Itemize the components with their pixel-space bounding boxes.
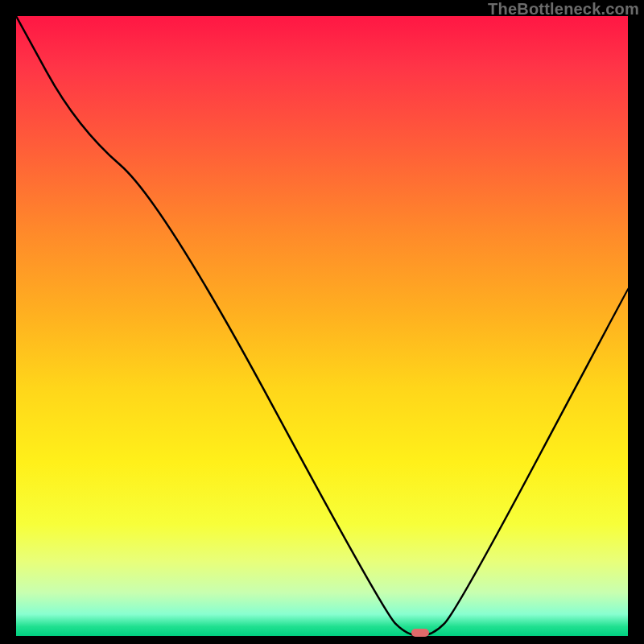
chart-frame [16, 16, 628, 636]
optimum-marker [411, 629, 429, 637]
bottleneck-curve [16, 16, 628, 636]
watermark-text: TheBottleneck.com [488, 0, 639, 19]
